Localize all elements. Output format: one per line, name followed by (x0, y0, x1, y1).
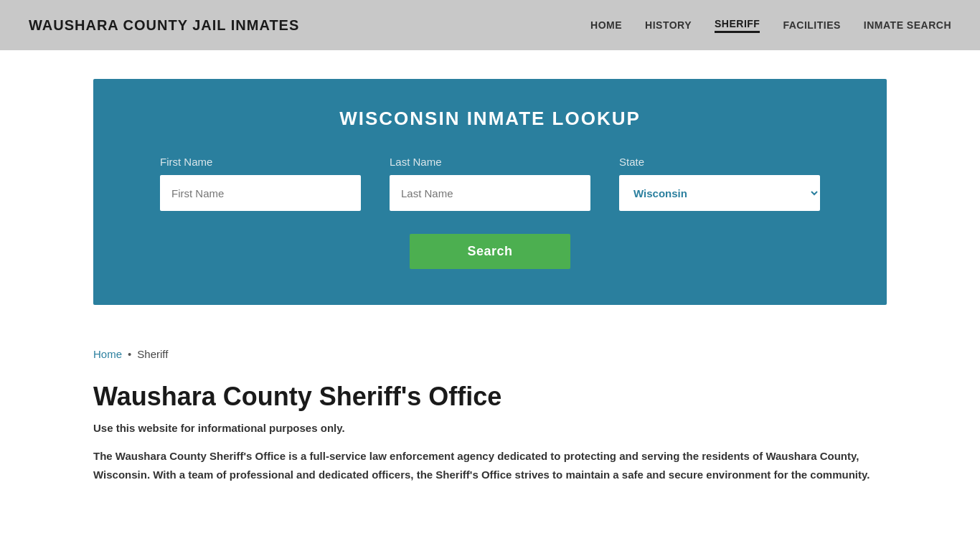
site-brand[interactable]: WAUSHARA COUNTY JAIL INMATES (29, 17, 299, 34)
breadcrumb-home[interactable]: Home (93, 348, 122, 360)
nav-links: HOME HISTORY SHERIFF FACILITIES INMATE S… (590, 18, 951, 33)
breadcrumb: Home • Sheriff (0, 334, 980, 367)
last-name-group: Last Name (390, 156, 590, 211)
breadcrumb-current: Sheriff (137, 348, 168, 360)
hero-title: WISCONSIN INMATE LOOKUP (136, 108, 844, 130)
search-button[interactable]: Search (410, 234, 570, 269)
nav-facilities[interactable]: FACILITIES (783, 19, 840, 31)
state-label: State (619, 156, 820, 168)
main-content: Waushara County Sheriff's Office Use thi… (0, 367, 980, 512)
page-title: Waushara County Sheriff's Office (93, 382, 887, 412)
nav-home[interactable]: HOME (590, 19, 622, 31)
hero-section: WISCONSIN INMATE LOOKUP First Name Last … (93, 79, 887, 305)
nav-history[interactable]: HISTORY (645, 19, 692, 31)
description-text: The Waushara County Sheriff's Office is … (93, 447, 882, 484)
state-group: State Wisconsin (619, 156, 820, 211)
first-name-input[interactable] (160, 175, 361, 211)
disclaimer-text: Use this website for informational purpo… (93, 422, 887, 434)
first-name-group: First Name (160, 156, 361, 211)
last-name-input[interactable] (390, 175, 590, 211)
search-form-row: First Name Last Name State Wisconsin (136, 156, 844, 211)
state-select[interactable]: Wisconsin (619, 175, 820, 211)
nav-sheriff[interactable]: SHERIFF (715, 18, 760, 33)
first-name-label: First Name (160, 156, 361, 168)
breadcrumb-separator: • (128, 348, 131, 360)
last-name-label: Last Name (390, 156, 590, 168)
nav-inmate-search[interactable]: INMATE SEARCH (864, 19, 951, 31)
search-btn-row: Search (136, 234, 844, 269)
navbar: WAUSHARA COUNTY JAIL INMATES HOME HISTOR… (0, 0, 980, 50)
